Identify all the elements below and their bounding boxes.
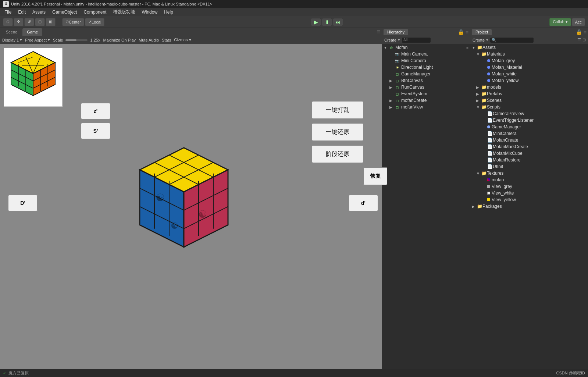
play-button[interactable]: ▶ <box>311 18 321 26</box>
title-bar: U Unity 2018.4.26f1 Personal - Mofan.uni… <box>0 0 588 8</box>
script-gm-icon <box>487 125 490 128</box>
menu-enhanced[interactable]: 增强版功能 <box>110 8 138 16</box>
project-list-view-icon[interactable]: ☰ <box>577 38 581 42</box>
btn-restore[interactable]: 恢复 <box>363 167 387 185</box>
btn-zprime[interactable]: z' <box>81 103 110 119</box>
menu-component[interactable]: Component <box>81 9 109 15</box>
hierarchy-menu-icon[interactable]: ≡ <box>466 29 468 35</box>
project-search[interactable] <box>497 37 534 43</box>
toolbar-rotate[interactable]: ↺ <box>24 18 34 26</box>
btn-d[interactable]: d' <box>349 195 378 211</box>
hierarchy-search[interactable] <box>402 37 431 43</box>
pause-button[interactable]: ⏸ <box>322 18 332 26</box>
menu-edit[interactable]: Edit <box>15 9 29 15</box>
textures-folder[interactable]: ▼ 📁 Textures <box>470 170 588 177</box>
toolbar-quat[interactable]: ⊕ <box>3 18 13 26</box>
hier-run-canvas[interactable]: ▶ ◻ RunCanvas <box>382 84 470 90</box>
scene-tab-bar: Scene Game ≡ <box>0 28 382 36</box>
script-game-manager[interactable]: GameManager <box>470 124 588 130</box>
menu-file[interactable]: File <box>1 9 14 15</box>
models-folder-icon: 📁 <box>481 85 487 90</box>
script-uiinit[interactable]: 📄 UIInit <box>470 163 588 170</box>
menu-assets[interactable]: Assets <box>29 9 49 15</box>
scripts-folder[interactable]: ▼ 📁 Scripts <box>470 104 588 110</box>
hierarchy-lock-icon[interactable]: 🔒 <box>458 29 464 35</box>
hier-directional-light[interactable]: ☀ Directional Light <box>382 64 470 71</box>
tex-view-yellow[interactable]: View_yellow <box>470 196 588 203</box>
btn-sprime[interactable]: S' <box>81 123 110 139</box>
aspect-selector[interactable]: Free Aspect ▾ <box>25 38 50 42</box>
hier-game-manager[interactable]: ◻ GameManager <box>382 71 470 77</box>
mat-mofan-material[interactable]: Mofan_Material <box>470 64 588 71</box>
account-button[interactable]: Acc <box>572 18 585 26</box>
menu-help[interactable]: Help <box>161 9 176 15</box>
status-right-text: CSDN @编程ID <box>556 370 585 376</box>
btn-scramble[interactable]: 一键打乱 <box>312 101 363 119</box>
main-layout: Scene Game ≡ Display 1 ▾ Free Aspect ▾ S… <box>0 28 588 369</box>
svg-text:☯: ☯ <box>171 221 179 230</box>
hier-mini-camera[interactable]: 📷 Mini Camera <box>382 57 470 64</box>
assets-root[interactable]: ▼ 📁 Assets <box>470 44 588 51</box>
game-tab[interactable]: Game <box>22 28 42 36</box>
project-grid-view-icon[interactable]: ⊞ <box>582 38 586 42</box>
script-event-trigger[interactable]: 📄 EventTriggerListener <box>470 117 588 124</box>
script-mofan-create[interactable]: 📄 MofanCreate <box>470 137 588 143</box>
gizmos-button[interactable]: Gizmos ▾ <box>174 38 191 42</box>
models-folder[interactable]: ▶ 📁 models <box>470 84 588 90</box>
status-bar: ✓ 魔方已复原 CSDN @编程ID <box>0 369 588 377</box>
mute-toggle[interactable]: Mute Audio <box>139 38 159 42</box>
project-content: ▼ 📁 Assets ▼ 📁 Materials Mofan_grey Mofa… <box>470 44 588 369</box>
script-mini-camera[interactable]: 📄 MiniCamera <box>470 130 588 137</box>
step-button[interactable]: ⏭ <box>333 18 343 26</box>
hier-btn-canvas[interactable]: ▶ ◻ BtnCanvas <box>382 77 470 84</box>
collab-button[interactable]: Collab ▾ <box>549 18 571 26</box>
mat-mofan-white[interactable]: Mofan_white <box>470 71 588 77</box>
scenes-folder[interactable]: ▶ 📁 Scenes <box>470 97 588 104</box>
script-mofan-mark-create[interactable]: 📄 MofanMarkCreate <box>470 143 588 150</box>
mat-mofan-grey[interactable]: Mofan_grey <box>470 57 588 64</box>
materials-folder[interactable]: ▼ 📁 Materials <box>470 51 588 57</box>
project-toolbar: Create ▾ 🔍 ☰ ⊞ <box>470 36 588 44</box>
hier-event-system[interactable]: ◻ EventSystem <box>382 90 470 97</box>
svg-text:☯: ☯ <box>198 208 207 220</box>
btn-dprime[interactable]: D' <box>8 195 38 211</box>
tex-view-white[interactable]: View_white <box>470 190 588 196</box>
project-lock-icon[interactable]: 🔒 <box>576 29 582 35</box>
hier-root-mofan[interactable]: ▼ ⊙ Mofan ≡ <box>382 44 470 51</box>
prefabs-folder[interactable]: ▶ 📁 Prefabs <box>470 90 588 97</box>
tex-view-grey-icon <box>487 185 490 188</box>
textures-folder-icon: 📁 <box>481 171 487 176</box>
pivot-button[interactable]: ⊙ Center <box>62 18 84 26</box>
display-selector[interactable]: Display 1 ▾ <box>2 38 22 42</box>
btn-step-restore[interactable]: 阶段还原 <box>312 145 363 163</box>
menu-window[interactable]: Window <box>139 9 160 15</box>
create-btn-label[interactable]: Create <box>473 38 485 42</box>
maximize-toggle[interactable]: Maximize On Play <box>103 38 136 42</box>
script-camera-preview[interactable]: 📄 CameraPreview <box>470 110 588 117</box>
project-tab-bar: Project 🔒 ≡ <box>470 28 588 36</box>
hier-main-camera[interactable]: 📷 Main Camera <box>382 51 470 57</box>
hier-mofan-create[interactable]: ▶ ◻ mofanCreate <box>382 97 470 104</box>
menu-gameobject[interactable]: GameObject <box>49 9 80 15</box>
mat-grey-icon <box>487 59 490 62</box>
toolbar-move[interactable]: ✛ <box>14 18 24 26</box>
mat-mofan-yellow[interactable]: Mofan_yellow <box>470 77 588 84</box>
tab-lock-icon[interactable]: ≡ <box>377 29 380 35</box>
script-mofan-restore[interactable]: 📄 MofanRestore <box>470 157 588 163</box>
toolbar-scale[interactable]: ⊡ <box>35 18 45 26</box>
scene-tab[interactable]: Scene <box>1 28 22 36</box>
tex-mofan[interactable]: mofan <box>470 177 588 183</box>
stats-button[interactable]: Stats <box>162 38 171 42</box>
tex-view-grey[interactable]: View_grey <box>470 183 588 190</box>
create-label[interactable]: Create <box>384 38 396 42</box>
scale-slider[interactable] <box>65 39 88 41</box>
hierarchy-tab[interactable]: Hierarchy <box>384 29 408 35</box>
hier-mofan-view[interactable]: ▶ ◻ mofanView <box>382 104 470 110</box>
packages-root[interactable]: ▶ 📁 Packages <box>470 203 588 210</box>
project-tab[interactable]: Project <box>472 29 492 35</box>
space-button[interactable]: ↗ Local <box>85 18 104 26</box>
toolbar-rect[interactable]: ⊞ <box>46 18 56 26</box>
script-mofan-mix-cube[interactable]: 📄 MofanMixCube <box>470 150 588 157</box>
btn-reset-all[interactable]: 一键还原 <box>312 123 363 141</box>
project-menu-icon[interactable]: ≡ <box>584 29 587 35</box>
